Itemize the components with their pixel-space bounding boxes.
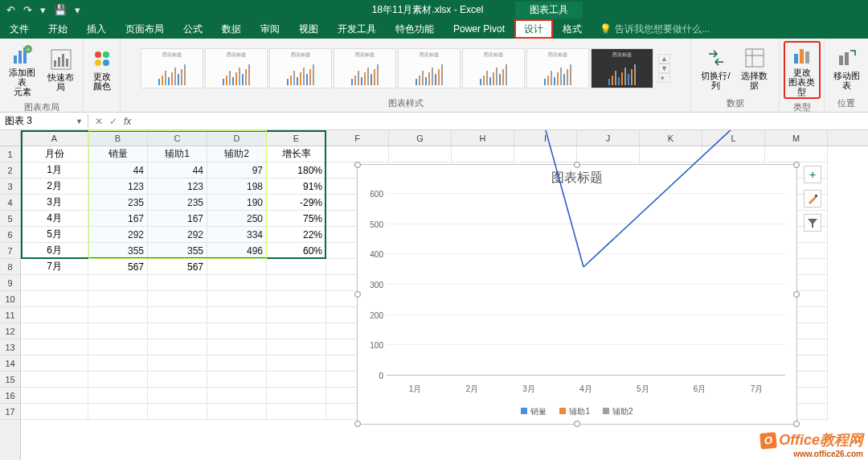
cell[interactable] bbox=[21, 275, 88, 291]
cell[interactable]: 销量 bbox=[88, 146, 148, 162]
row-header[interactable]: 8 bbox=[0, 259, 20, 275]
cell[interactable]: 235 bbox=[88, 195, 148, 211]
cell[interactable]: 334 bbox=[207, 227, 267, 243]
cell[interactable]: 97 bbox=[207, 162, 267, 179]
tab-insert[interactable]: 插入 bbox=[77, 19, 116, 39]
cell[interactable] bbox=[514, 146, 577, 162]
cell[interactable] bbox=[148, 323, 207, 339]
cell[interactable]: 44 bbox=[148, 162, 207, 179]
cell[interactable] bbox=[21, 404, 88, 420]
col-header[interactable]: L bbox=[702, 130, 765, 146]
cell[interactable] bbox=[21, 307, 88, 323]
tab-developer[interactable]: 开发工具 bbox=[328, 19, 386, 39]
cell[interactable] bbox=[88, 388, 148, 404]
cell[interactable] bbox=[267, 339, 326, 355]
select-all-corner[interactable] bbox=[0, 130, 20, 146]
cell[interactable]: 567 bbox=[88, 259, 148, 275]
tab-pagelayout[interactable]: 页面布局 bbox=[116, 19, 174, 39]
cell[interactable] bbox=[88, 275, 148, 291]
cell[interactable] bbox=[326, 146, 389, 162]
cell[interactable]: 198 bbox=[207, 179, 267, 195]
col-header[interactable]: J bbox=[577, 130, 640, 146]
row-header[interactable]: 2 bbox=[0, 162, 20, 179]
row-header[interactable]: 15 bbox=[0, 372, 20, 388]
cell[interactable]: 123 bbox=[88, 179, 148, 195]
tab-home[interactable]: 开始 bbox=[39, 19, 77, 39]
row-header[interactable]: 9 bbox=[0, 275, 20, 291]
cell[interactable] bbox=[21, 323, 88, 339]
tab-powerpivot[interactable]: Power Pivot bbox=[444, 19, 514, 39]
cell[interactable]: 355 bbox=[88, 243, 148, 259]
gallery-down-icon[interactable]: ▼ bbox=[658, 64, 670, 73]
cell[interactable] bbox=[207, 388, 267, 404]
cell[interactable] bbox=[207, 307, 267, 323]
col-header[interactable]: B bbox=[88, 130, 148, 146]
row-header[interactable]: 5 bbox=[0, 211, 20, 227]
tab-formulas[interactable]: 公式 bbox=[174, 19, 212, 39]
cell[interactable]: 60% bbox=[267, 243, 326, 259]
cell[interactable]: 167 bbox=[148, 211, 207, 227]
cell[interactable]: 355 bbox=[148, 243, 207, 259]
chart-legend[interactable]: 销量辅助1辅助2 bbox=[358, 406, 796, 417]
cell[interactable]: 91% bbox=[267, 179, 326, 195]
col-header[interactable]: C bbox=[148, 130, 207, 146]
qa-undo-icon[interactable]: ↶ bbox=[6, 4, 15, 16]
cell[interactable]: 增长率 bbox=[267, 146, 326, 162]
cell[interactable] bbox=[88, 291, 148, 307]
move-chart-button[interactable]: 移动图表 bbox=[829, 45, 864, 92]
tell-me-box[interactable]: 💡 告诉我您想要做什么... bbox=[600, 19, 710, 39]
cell[interactable]: 235 bbox=[148, 195, 207, 211]
cancel-icon[interactable]: ✕ bbox=[95, 116, 103, 127]
qa-redo-icon[interactable]: ↷ bbox=[23, 4, 32, 16]
cell[interactable]: 月份 bbox=[21, 146, 88, 162]
col-header[interactable]: F bbox=[326, 130, 389, 146]
cell[interactable] bbox=[148, 388, 207, 404]
tab-special[interactable]: 特色功能 bbox=[386, 19, 444, 39]
cell[interactable] bbox=[207, 404, 267, 420]
row-header[interactable]: 13 bbox=[0, 339, 20, 355]
col-header[interactable]: I bbox=[514, 130, 577, 146]
fx-icon[interactable]: fx bbox=[124, 116, 131, 127]
row-header[interactable]: 16 bbox=[0, 388, 20, 404]
cell[interactable] bbox=[207, 339, 267, 355]
cell[interactable] bbox=[148, 339, 207, 355]
chart-style-thumb[interactable]: 图表标题 bbox=[398, 48, 461, 88]
cell[interactable] bbox=[207, 323, 267, 339]
name-box[interactable]: 图表 3 ▼ bbox=[0, 114, 88, 128]
plot-area[interactable]: 0100200300400500600 bbox=[387, 194, 785, 376]
row-header[interactable]: 7 bbox=[0, 243, 20, 259]
col-header[interactable]: G bbox=[389, 130, 452, 146]
change-colors-button[interactable]: 更改 颜色 bbox=[84, 46, 120, 92]
chart-style-thumb[interactable]: 图表标题 bbox=[269, 48, 332, 88]
cell[interactable] bbox=[88, 355, 148, 372]
cell[interactable] bbox=[21, 388, 88, 404]
cell[interactable]: 1月 bbox=[21, 162, 88, 179]
cell[interactable] bbox=[88, 323, 148, 339]
cell[interactable] bbox=[577, 146, 640, 162]
cell[interactable] bbox=[702, 146, 765, 162]
select-data-button[interactable]: 选择数据 bbox=[737, 45, 772, 92]
cell[interactable] bbox=[452, 146, 514, 162]
chart-style-thumb[interactable]: 图表标题 bbox=[526, 48, 589, 88]
chart-style-thumb[interactable]: 图表标题 bbox=[462, 48, 525, 88]
chart-title[interactable]: 图表标题 bbox=[358, 165, 796, 191]
chart-elements-button[interactable]: + bbox=[804, 166, 821, 183]
row-header[interactable]: 3 bbox=[0, 179, 20, 195]
cell[interactable] bbox=[267, 275, 326, 291]
cell[interactable]: 22% bbox=[267, 227, 326, 243]
col-header[interactable]: K bbox=[640, 130, 702, 146]
cell[interactable]: 2月 bbox=[21, 179, 88, 195]
chart-styles-gallery[interactable]: 图表标题图表标题图表标题图表标题图表标题图表标题图表标题图表标题 bbox=[141, 48, 653, 88]
cell[interactable]: 辅助1 bbox=[148, 146, 207, 162]
chart-object[interactable]: 图表标题 0100200300400500600 1月2月3月4月5月6月7月 … bbox=[357, 164, 797, 425]
qa-save-icon[interactable]: 💾 bbox=[54, 4, 67, 16]
add-chart-element-button[interactable]: + 添加图表 元素 bbox=[5, 42, 40, 98]
cell[interactable] bbox=[88, 307, 148, 323]
cell[interactable]: 7月 bbox=[21, 259, 88, 275]
col-header[interactable]: D bbox=[207, 130, 267, 146]
cell[interactable]: 123 bbox=[148, 179, 207, 195]
cell[interactable] bbox=[267, 307, 326, 323]
row-header[interactable]: 6 bbox=[0, 227, 20, 243]
chart-style-thumb[interactable]: 图表标题 bbox=[591, 48, 653, 88]
cell[interactable]: -29% bbox=[267, 195, 326, 211]
